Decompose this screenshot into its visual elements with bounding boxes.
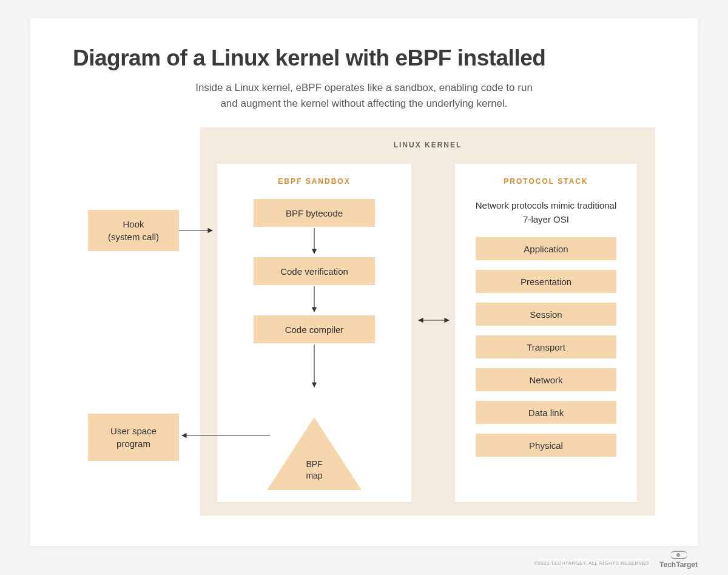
protocol-stack-desc: Network protocols mimic traditional 7-la… (473, 199, 619, 226)
linux-kernel-panel: LINUX KERNEL EBPF SANDBOX BPF bytecode C… (200, 127, 655, 516)
subtitle-line: and augment the kernel without affecting… (220, 98, 507, 109)
sandbox-step-box: Code compiler (254, 315, 375, 343)
protocol-stack-panel: PROTOCOL STACK Network protocols mimic t… (455, 164, 637, 502)
user-space-program-box: User spaceprogram (88, 414, 179, 461)
subtitle-line: Inside a Linux kernel, eBPF operates lik… (195, 82, 533, 93)
ebpf-sandbox-title: EBPF SANDBOX (217, 177, 411, 186)
ebpf-sandbox-panel: EBPF SANDBOX BPF bytecode Code verificat… (217, 164, 411, 502)
osi-layer-box: Application (476, 237, 616, 260)
osi-layer-box: Presentation (476, 270, 616, 293)
osi-layer-box: Network (476, 368, 616, 391)
bpf-map-label: BPFmap (278, 459, 351, 482)
sandbox-step-box: Code verification (254, 257, 375, 285)
bpf-map-triangle: BPFmap (217, 417, 411, 490)
eye-icon (670, 551, 687, 559)
osi-layer-box: Session (476, 303, 616, 326)
linux-kernel-label: LINUX KERNEL (200, 141, 655, 149)
protocol-stack-title: PROTOCOL STACK (455, 177, 637, 186)
osi-layer-box: Data link (476, 401, 616, 424)
diagram-title: Diagram of a Linux kernel with eBPF inst… (73, 45, 545, 71)
hook-box: Hook(system call) (88, 210, 179, 251)
osi-layer-box: Physical (476, 434, 616, 457)
osi-layer-box: Transport (476, 335, 616, 358)
copyright-text: ©2021 TECHTARGET. ALL RIGHTS RESERVED (534, 560, 649, 566)
sandbox-step-box: BPF bytecode (254, 199, 375, 227)
techtarget-logo: TechTarget (659, 551, 698, 569)
diagram-subtitle: Inside a Linux kernel, eBPF operates lik… (30, 80, 698, 111)
diagram-card: Diagram of a Linux kernel with eBPF inst… (30, 18, 698, 546)
